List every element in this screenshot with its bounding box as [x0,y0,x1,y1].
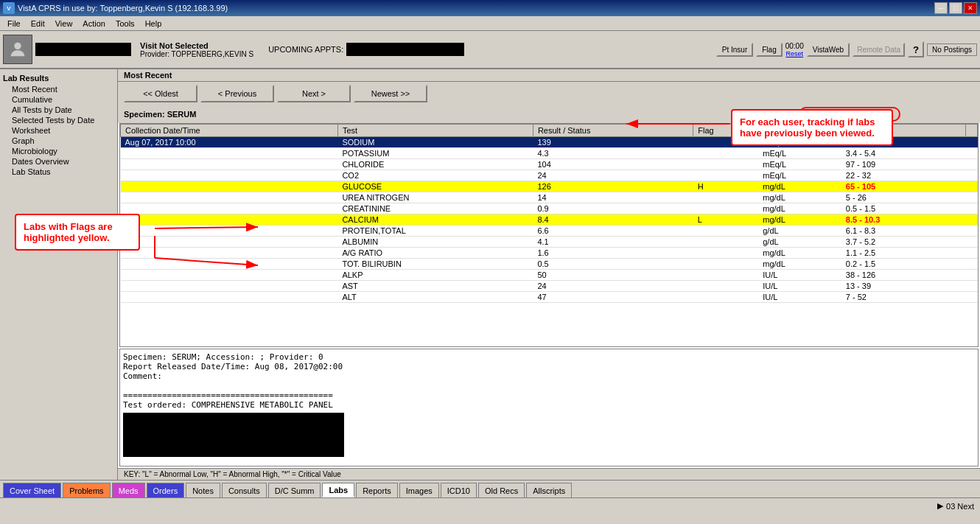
next-label: 03 Next [946,502,974,511]
menu-file[interactable]: File [3,18,25,29]
minimize-button[interactable]: ─ [934,2,948,14]
table-row[interactable]: PROTEIN,TOTAL6.6g/dL6.1 - 8.3 [121,226,978,237]
title-bar: V VistA CPRS in use by: Toppenberg,Kevin… [0,0,980,16]
table-row[interactable]: GLUCOSE126Hmg/dL65 - 105 [121,181,978,192]
sidebar-item-graph[interactable]: Graph [0,136,117,146]
tab-notes[interactable]: Notes [186,483,220,497]
menu-edit[interactable]: Edit [27,18,49,29]
reset-button[interactable]: Reset [785,50,803,57]
table-row[interactable]: UREA NITROGEN14mg/dL5 - 26 [121,192,978,203]
next-icon: ▶ [937,501,943,511]
table-row[interactable]: CREATININE0.9mg/dL0.5 - 1.5 [121,203,978,214]
app-icon: V [3,2,15,14]
annotation-flags: Labs with Flags are highlighted yellow. [15,214,140,251]
table-row[interactable]: AST24IU/L13 - 39 [121,281,978,292]
status-bar: ▶ 03 Next [0,497,980,514]
remote-data-button[interactable]: Remote Data [853,43,905,57]
bottom-text-area: Specimen: SERUM; Accession: ; Provider: … [119,349,979,467]
time-display: 00:00 [785,42,804,50]
sidebar-item-all-tests[interactable]: All Tests by Date [0,105,117,115]
title-text: VistA CPRS in use by: Toppenberg,Kevin S… [18,4,228,13]
next-status-button[interactable]: ▶ 03 Next [937,501,974,511]
menu-tools[interactable]: Tools [111,18,139,29]
nav-buttons: << Oldest < Previous Next > Newest >> [118,82,980,105]
col-header-extra [966,125,978,137]
col-header-test: Test [337,125,533,137]
next-button[interactable]: Next > [277,85,351,102]
pt-insur-button[interactable]: Pt Insur [716,43,753,57]
bottom-line1: Specimen: SERUM; Accession: ; Provider: … [123,352,975,362]
menu-view[interactable]: View [51,18,77,29]
tab-bar: Cover Sheet Problems Meds Orders Notes C… [0,480,980,497]
visit-box: Visit Not Selected Provider: TOPPENBERG,… [134,41,259,58]
tab-problems[interactable]: Problems [63,483,110,497]
table-row[interactable]: CHLORIDE104mEq/L97 - 109 [121,159,978,170]
table-row[interactable]: CALCIUM8.4Lmg/dL8.5 - 10.3 [121,214,978,226]
menu-bar: File Edit View Action Tools Help [0,16,980,31]
sidebar-item-most-recent[interactable]: Most Recent [0,84,117,94]
vistaweb-button[interactable]: VistaWeb [807,43,850,57]
redacted-image [123,413,344,457]
toolbar-right: Pt Insur Flag 00:00 Reset VistaWeb Remot… [716,41,977,57]
bottom-line5: Test ordered: COMPREHENSIVE METABOLIC PA… [123,400,975,410]
sidebar-item-lab-status[interactable]: Lab Status [0,167,117,177]
oldest-button[interactable]: << Oldest [124,85,197,102]
tab-meds[interactable]: Meds [112,483,145,497]
previous-button[interactable]: < Previous [200,85,274,102]
no-postings-display: No Postings [927,43,977,56]
bottom-line3: Comment: [123,371,975,381]
tab-dc-summ[interactable]: D/C Summ [268,483,321,497]
table-row[interactable]: CO224mEq/L22 - 32 [121,170,978,181]
menu-help[interactable]: Help [141,18,167,29]
col-header-result: Result / Status [533,125,693,137]
help-button[interactable]: ? [908,41,924,57]
lab-table-container[interactable]: Collection Date/Time Test Result / Statu… [119,123,979,347]
table-row[interactable]: A/G RATIO1.6mg/dL1.1 - 2.5 [121,248,978,259]
maximize-button[interactable]: □ [949,2,962,14]
time-box: 00:00 Reset [785,42,804,57]
bottom-line4: ========================================… [123,391,975,400]
tab-orders[interactable]: Orders [147,483,185,497]
tab-cover-sheet[interactable]: Cover Sheet [3,483,61,497]
col-header-date: Collection Date/Time [121,125,338,137]
tab-allscripts[interactable]: Allscripts [526,483,572,497]
table-row[interactable]: ALKP50IU/L38 - 126 [121,270,978,281]
sidebar-item-microbiology[interactable]: Microbiology [0,146,117,156]
lab-table: Collection Date/Time Test Result / Statu… [120,124,978,303]
tab-consults[interactable]: Consults [222,483,267,497]
annotation-tracking: For each user, tracking if labs have pre… [731,109,893,146]
patient-name [35,43,131,56]
tab-images[interactable]: Images [399,483,439,497]
sidebar-item-worksheet[interactable]: Worksheet [0,125,117,136]
tab-labs[interactable]: Labs [322,483,354,497]
table-row[interactable]: POTASSIUM4.3mEq/L3.4 - 5.4 [121,148,978,159]
newest-button[interactable]: Newest >> [354,85,427,102]
sidebar-item-selected-tests[interactable]: Selected Tests by Date [0,115,117,125]
close-button[interactable]: ✕ [964,2,977,14]
svg-point-0 [14,43,21,49]
table-row[interactable]: ALT47IU/L7 - 52 [121,292,978,303]
patient-info [35,43,131,56]
toolbar: Visit Not Selected Provider: TOPPENBERG,… [0,31,980,69]
sidebar-item-dates-overview[interactable]: Dates Overview [0,156,117,167]
upcoming-value [346,43,464,56]
patient-photo [3,35,32,64]
key-bar: KEY: "L" = Abnormal Low, "H" = Abnormal … [118,468,980,480]
sidebar-section-label: Lab Results [0,72,117,84]
sidebar: Lab Results Most Recent Cumulative All T… [0,69,118,480]
table-row[interactable]: TOT. BILIRUBIN0.5mg/dL0.2 - 1.5 [121,259,978,270]
upcoming-box: UPCOMING APPTS: [262,43,470,56]
tab-reports[interactable]: Reports [356,483,398,497]
menu-action[interactable]: Action [78,18,110,29]
visit-status: Visit Not Selected [140,41,253,50]
sidebar-item-cumulative[interactable]: Cumulative [0,94,117,105]
bottom-line2: Report Released Date/Time: Aug 08, 2017@… [123,362,975,371]
flag-button[interactable]: Flag [756,43,782,57]
specimen-label: Specimen: SERUM [124,110,196,119]
table-row[interactable]: ALBUMIN4.1g/dL3.7 - 5.2 [121,237,978,248]
tab-old-recs[interactable]: Old Recs [478,483,525,497]
upcoming-label: UPCOMING APPTS: [268,45,343,54]
tab-icd10[interactable]: ICD10 [441,483,477,497]
provider-text: Provider: TOPPENBERG,KEVIN S [140,50,253,58]
panel-header: Most Recent [118,69,980,82]
